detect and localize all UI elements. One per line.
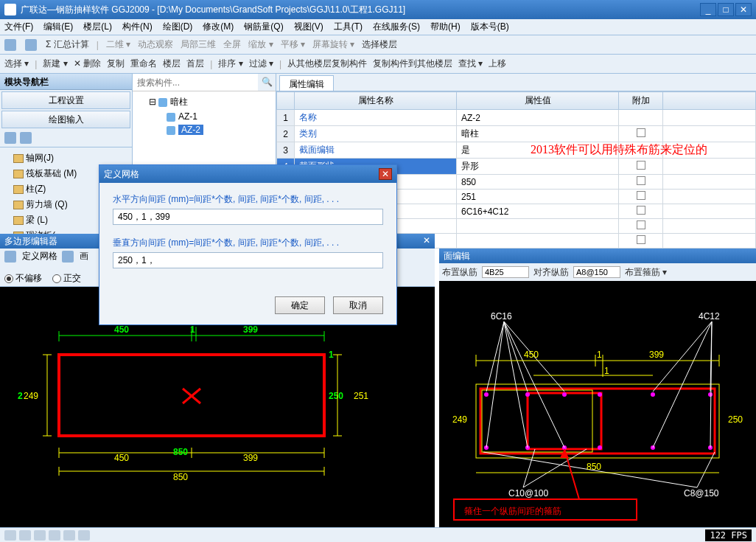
- col-value: 属性值: [457, 92, 619, 110]
- place-longi-button[interactable]: 布置纵筋: [442, 266, 477, 279]
- status-icon[interactable]: [78, 530, 90, 541]
- local-3d-button[interactable]: 局部三维: [181, 38, 216, 51]
- menu-floor[interactable]: 楼层(L): [83, 21, 112, 33]
- draw-icon[interactable]: [62, 251, 74, 263]
- menu-modify[interactable]: 修改(M): [203, 21, 234, 33]
- close-button[interactable]: ✕: [735, 3, 752, 16]
- status-icon[interactable]: [49, 530, 60, 541]
- svg-text:450: 450: [114, 324, 129, 335]
- status-icon[interactable]: [34, 530, 46, 541]
- select-floor-button[interactable]: 选择楼层: [362, 38, 397, 51]
- floor-button[interactable]: 楼层: [163, 58, 181, 70]
- menu-tools[interactable]: 工具(T): [334, 21, 363, 33]
- copy-button[interactable]: 复制: [107, 58, 125, 70]
- svg-point-39: [562, 392, 567, 397]
- cancel-button[interactable]: 取消: [333, 296, 383, 314]
- comp-tree-root[interactable]: ⊟ 暗柱: [136, 94, 273, 110]
- dynamic-view-button[interactable]: 动态观察: [138, 38, 173, 51]
- dialog-title: 定义网格: [104, 168, 379, 181]
- svg-text:250: 250: [728, 414, 743, 425]
- draw-button[interactable]: 画: [80, 250, 88, 263]
- first-floor-button[interactable]: 首层: [186, 58, 204, 70]
- zoom-button[interactable]: 缩放 ▾: [248, 38, 273, 51]
- menu-help[interactable]: 帮助(H): [430, 21, 461, 33]
- checkbox[interactable]: [637, 220, 645, 229]
- align-longi-button[interactable]: 对齐纵筋: [533, 266, 569, 279]
- undo-button[interactable]: [4, 39, 18, 51]
- svg-text:2: 2: [18, 391, 23, 401]
- svg-point-41: [651, 392, 655, 397]
- svg-point-42: [708, 392, 713, 397]
- maximize-button[interactable]: □: [718, 3, 734, 16]
- radio-ortho[interactable]: [52, 274, 61, 283]
- status-icon[interactable]: [63, 530, 75, 541]
- h-spacing-input[interactable]: [113, 209, 383, 225]
- nav-tool-icon[interactable]: [20, 132, 32, 144]
- radio-no-offset[interactable]: [4, 274, 13, 283]
- copy-to-button[interactable]: 复制构件到其他楼层: [373, 58, 452, 70]
- tab-property-edit[interactable]: 属性编辑: [279, 75, 334, 91]
- comp-tree-az2[interactable]: AZ-2: [136, 123, 273, 136]
- col-name: 属性名称: [295, 92, 457, 110]
- define-grid-button[interactable]: 定义网格: [22, 250, 57, 263]
- menu-component[interactable]: 构件(N): [122, 21, 153, 33]
- fullscreen-button[interactable]: 全屏: [223, 38, 241, 51]
- place-stirrup-button[interactable]: 布置箍筋 ▾: [625, 266, 667, 279]
- comp-tree-az1[interactable]: AZ-1: [136, 110, 273, 123]
- ok-button[interactable]: 确定: [275, 296, 325, 314]
- find-button[interactable]: 查找 ▾: [458, 58, 483, 70]
- wall-icon: [13, 201, 24, 209]
- section-edit-header: 面编辑: [439, 249, 756, 263]
- filter-button[interactable]: 过滤 ▾: [249, 58, 273, 70]
- select-button[interactable]: 选择 ▾: [4, 58, 29, 70]
- menu-draw[interactable]: 绘图(D): [163, 21, 193, 33]
- svg-text:850: 850: [587, 462, 601, 472]
- menu-online[interactable]: 在线服务(S): [373, 21, 420, 33]
- checkbox[interactable]: [637, 235, 645, 244]
- delete-button[interactable]: ✕ 删除: [74, 58, 101, 70]
- polygon-close-icon[interactable]: ✕: [423, 235, 430, 246]
- status-icon[interactable]: [4, 530, 16, 541]
- pan-button[interactable]: 平移 ▾: [281, 38, 305, 51]
- sort-button[interactable]: 排序 ▾: [218, 58, 242, 70]
- minimize-button[interactable]: _: [700, 3, 716, 16]
- menu-rebar[interactable]: 钢筋量(Q): [244, 21, 283, 33]
- redo-button[interactable]: [25, 39, 38, 51]
- menu-view[interactable]: 视图(V): [294, 21, 323, 33]
- grid-icon[interactable]: [4, 251, 16, 263]
- nav-header: 模块导航栏: [0, 74, 132, 90]
- section-canvas-right: 面编辑 布置纵筋 对齐纵筋 布置箍筋 ▾: [439, 249, 756, 527]
- svg-point-37: [484, 392, 489, 397]
- new-button[interactable]: 新建 ▾: [43, 58, 67, 70]
- rename-button[interactable]: 重命名: [130, 58, 157, 70]
- tab-draw-input[interactable]: 绘图输入: [1, 111, 130, 128]
- checkbox[interactable]: [637, 128, 645, 137]
- search-button[interactable]: 🔍: [258, 74, 276, 91]
- tree-node-axis[interactable]: 轴网(J): [3, 150, 129, 166]
- longi-input[interactable]: [482, 266, 529, 278]
- v-spacing-input[interactable]: [113, 252, 383, 268]
- checkbox[interactable]: [637, 161, 645, 170]
- stirrup-input[interactable]: [573, 266, 620, 278]
- copy-from-button[interactable]: 从其他楼层复制构件: [287, 58, 367, 70]
- move-up-button[interactable]: 上移: [489, 58, 506, 70]
- checkbox[interactable]: [637, 191, 645, 200]
- view-2d-button[interactable]: 二维 ▾: [106, 38, 130, 51]
- tab-project-settings[interactable]: 工程设置: [1, 91, 130, 109]
- search-input[interactable]: [133, 74, 258, 91]
- checkbox[interactable]: [637, 176, 645, 185]
- svg-text:C10@100: C10@100: [508, 488, 549, 498]
- status-icon[interactable]: [19, 530, 31, 541]
- sum-calc-button[interactable]: Σ 汇总计算: [46, 38, 89, 51]
- rotate-button[interactable]: 屏幕旋转 ▾: [312, 38, 354, 51]
- svg-rect-35: [528, 393, 601, 449]
- section-drawing[interactable]: 6C16 4C12 450 1 399 1 249 250 850 C10@10…: [439, 281, 756, 527]
- menu-edit[interactable]: 编辑(E): [43, 21, 73, 33]
- col-rownum: [277, 92, 295, 110]
- nav-tool-icon[interactable]: [4, 132, 16, 144]
- menu-file[interactable]: 文件(F): [4, 21, 33, 33]
- checkbox[interactable]: [637, 206, 645, 215]
- section-edit-toolbar: 布置纵筋 对齐纵筋 布置箍筋 ▾: [439, 263, 756, 281]
- dialog-close-button[interactable]: ✕: [379, 168, 392, 180]
- menu-version[interactable]: 版本号(B): [471, 21, 509, 33]
